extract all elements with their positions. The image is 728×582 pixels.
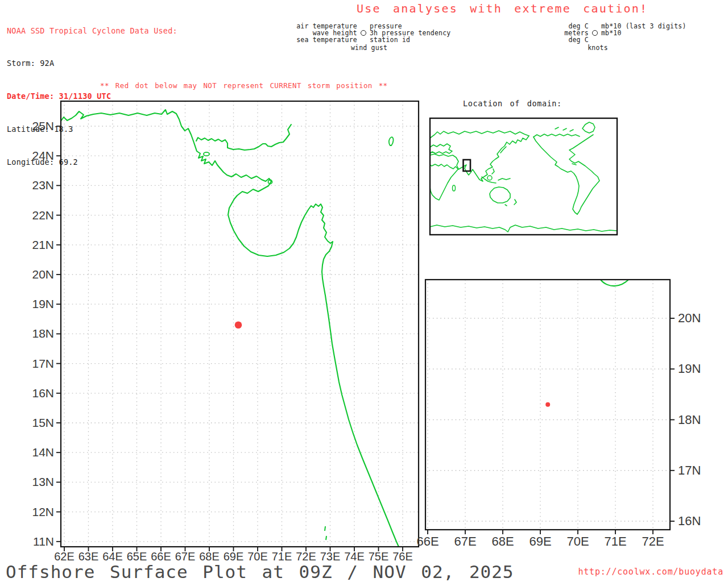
world-borneo [487, 176, 492, 180]
units-legend: deg Cmb*10 (last 3 digits)metersmb*10deg… [560, 23, 686, 51]
world-japan [500, 147, 506, 153]
lat-label: 18N [32, 327, 54, 340]
plot-title: Offshore Surface Plot at 09Z / NOV 02, 2… [6, 562, 514, 582]
lon-label: 70E [566, 534, 589, 548]
lat-label: 20N [32, 268, 54, 281]
lat-label: 16N [678, 514, 701, 528]
world-americas-east [569, 135, 599, 214]
storm-id-line: Storm: 92A [7, 58, 177, 69]
caution-banner: Use analyses with extreme caution! [357, 2, 648, 15]
lon-label: 66E [151, 550, 171, 563]
lat-label: 12N [32, 505, 54, 518]
storm-position-dot-inset [545, 402, 550, 407]
lon-label: 75E [369, 550, 389, 563]
lon-label: 62E [54, 550, 75, 563]
legend-left-label: sea temperature [296, 36, 357, 44]
lon-label: 65E [127, 550, 147, 563]
storm-latitude-line: Latitude: 18.3 [7, 124, 177, 135]
world-asia-coast [430, 136, 529, 181]
offshore-surface-plot-page: { "storm_info": { "header": "NOAA SSD Tr… [0, 0, 728, 582]
legend-bottom-label: wind gust [351, 44, 387, 52]
world-eurasia-arctic [430, 131, 529, 138]
lon-label: 67E [454, 534, 476, 548]
lon-label: 66E [416, 534, 439, 548]
lon-label: 76E [392, 550, 413, 563]
lat-label: 21N [32, 238, 54, 251]
world-north-america-arctic [533, 134, 580, 137]
world-nz-tasmania [505, 199, 516, 206]
storm-info-block: NOAA SSD Tropical Cyclone Data Used: Sto… [7, 3, 177, 179]
domain-location-rectangle [464, 160, 471, 171]
lon-label: 63E [78, 550, 99, 563]
station-model-legend: air temperaturepressurewave height3h pre… [296, 23, 450, 51]
station-circle-icon [357, 30, 370, 36]
coastline-rann-of-kutch [196, 124, 291, 150]
world-australia [490, 187, 510, 203]
lon-label: 73E [320, 550, 341, 563]
legend-row: sea temperaturestation id [296, 36, 450, 43]
world-philippines [492, 169, 494, 174]
station-circle-icon [592, 30, 598, 36]
world-europe [430, 144, 452, 153]
source-url-link[interactable]: http://coolwx.com/buoydata [578, 567, 723, 577]
lat-label: 17N [32, 357, 54, 370]
small-islands [325, 526, 326, 540]
lat-label: 17N [678, 463, 701, 477]
world-madagascar [453, 185, 456, 191]
lon-label: 71E [272, 550, 292, 563]
world-cuba [572, 164, 576, 165]
inland-lake [389, 137, 394, 146]
legend-bottom-label: knots [588, 44, 608, 52]
lon-label: 69E [224, 550, 244, 563]
lat-label: 19N [678, 361, 701, 376]
world-antarctica [430, 225, 617, 232]
lat-label: 15N [32, 416, 54, 429]
lat-label: 23N [32, 178, 54, 192]
lon-label: 68E [199, 550, 220, 563]
legend-right-label: station id [370, 36, 410, 44]
lon-label: 64E [102, 550, 123, 563]
lat-label: 18N [678, 413, 701, 427]
world-arctic-islands [555, 127, 573, 131]
lon-label: 67E [175, 550, 196, 563]
world-greenland [582, 122, 595, 133]
lon-label: 74E [344, 550, 365, 563]
storm-info-header: NOAA SSD Tropical Cyclone Data Used: [7, 26, 177, 36]
storm-datetime-line: Date/Time: 31/1130 UTC [7, 91, 177, 102]
world-map-frame [430, 118, 617, 235]
lon-label: 69E [529, 534, 551, 548]
domain-inset-title: Location of domain: [463, 99, 562, 108]
storm-longitude-line: Longitude: 69.2 [7, 157, 177, 168]
lat-label: 16N [32, 386, 54, 400]
lat-label: 19N [32, 297, 54, 310]
lon-label: 68E [491, 534, 514, 548]
world-new-guinea [498, 178, 510, 180]
legend-row: deg C [560, 36, 686, 43]
coastline-kathiawar-inset [601, 280, 628, 286]
lat-label: 11N [33, 535, 54, 548]
legend-right-label: mb*10 [601, 29, 622, 37]
station-circle-icon [361, 30, 366, 36]
lat-label: 13N [32, 475, 54, 488]
station-circle-icon [589, 30, 601, 36]
lon-label: 72E [642, 534, 664, 548]
lon-label: 70E [247, 550, 268, 563]
storm-position-dot [235, 321, 242, 329]
lat-label: 22N [32, 209, 54, 222]
lon-label: 71E [604, 534, 626, 548]
lat-label: 14N [32, 446, 54, 459]
delta-island [204, 152, 209, 156]
lat-label: 20N [678, 311, 701, 325]
world-africa [430, 154, 458, 200]
legend-left-label: deg C [560, 36, 589, 44]
storm-position-warning: ** Red dot below may NOT represent CURRE… [100, 81, 388, 90]
lon-label: 72E [296, 550, 316, 563]
